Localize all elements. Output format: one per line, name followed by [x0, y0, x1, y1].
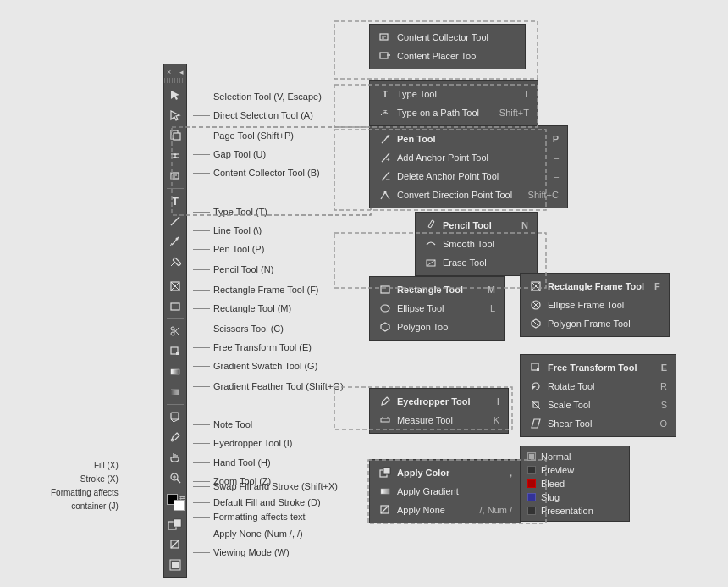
- swap-fill-stroke-btn[interactable]: [165, 515, 185, 534]
- gradient-feather-tool-btn[interactable]: [166, 383, 185, 401]
- svg-rect-28: [171, 390, 179, 395]
- direct-selection-tool-btn[interactable]: [166, 106, 185, 125]
- normal-mode-item[interactable]: Normal: [524, 450, 626, 463]
- swap-icon[interactable]: ⇄: [179, 494, 185, 501]
- svg-rect-15: [173, 258, 181, 266]
- svg-rect-79: [383, 468, 390, 474]
- preview-mode-dot: [527, 466, 536, 474]
- svg-marker-47: [389, 53, 390, 57]
- presentation-mode-item[interactable]: Presentation: [524, 504, 626, 518]
- scale-popup-item[interactable]: Scale Tool S: [524, 396, 672, 414]
- rotate-popup-item[interactable]: Rotate Tool R: [524, 377, 672, 396]
- eyedropper-label: Eyedropper Tool (I): [193, 438, 292, 448]
- convert-direction-popup-item[interactable]: Convert Direction Point Tool Shift+C: [373, 186, 564, 204]
- type-tool-popup-item[interactable]: T Type Tool T: [373, 85, 534, 103]
- rect-tool-label: Rectangle Tool (M): [193, 303, 291, 313]
- hand-tool-btn[interactable]: [166, 448, 185, 467]
- convert-direction-icon: [378, 188, 392, 202]
- erase-popup-item[interactable]: Erase Tool: [419, 253, 533, 272]
- svg-rect-20: [171, 303, 179, 310]
- svg-line-39: [171, 540, 179, 548]
- page-tool-btn[interactable]: [166, 126, 185, 145]
- gradient-swatch-label: Gradient Swatch Tool (G): [193, 361, 317, 371]
- smooth-popup-item[interactable]: Smooth Tool: [419, 235, 533, 253]
- free-transform-tool-btn[interactable]: [166, 342, 185, 361]
- bleed-mode-item[interactable]: Bleed: [524, 477, 626, 490]
- svg-rect-54: [428, 220, 434, 228]
- selection-tool-btn[interactable]: [166, 86, 185, 104]
- viewing-mode-label: Viewing Mode (W): [193, 547, 290, 557]
- ellipse-popup-item[interactable]: Ellipse Tool L: [373, 299, 500, 318]
- pen-tool-btn[interactable]: [166, 232, 185, 251]
- rect-frame-popup-item[interactable]: Rectangle Frame Tool F: [524, 277, 665, 296]
- svg-rect-45: [380, 53, 388, 58]
- add-anchor-popup-item[interactable]: + Add Anchor Point Tool –: [373, 148, 564, 167]
- apply-color-popup-item[interactable]: Apply Color ,: [373, 463, 517, 482]
- divider-4: [167, 404, 184, 405]
- rect-popup-item[interactable]: Rectangle Tool M: [373, 280, 500, 299]
- shear-popup-item[interactable]: Shear Tool O: [524, 414, 672, 433]
- svg-text:+: +: [386, 156, 390, 163]
- svg-point-13: [176, 238, 179, 241]
- pen-popup-item[interactable]: Pen Tool P: [373, 130, 564, 148]
- type-tool-btn[interactable]: T: [166, 191, 185, 210]
- delete-anchor-popup-item[interactable]: – Delete Anchor Point Tool –: [373, 167, 564, 186]
- svg-rect-41: [172, 562, 179, 568]
- apply-none-popup-item[interactable]: Apply None /, Num /: [373, 501, 517, 519]
- selection-tool-label: Selection Tool (V, Escape): [193, 91, 322, 102]
- svg-point-53: [384, 191, 387, 194]
- pencil-popup-item[interactable]: Pencil Tool N: [419, 216, 533, 235]
- hand-tool-label: Hand Tool (H): [193, 457, 271, 468]
- eyedropper-popup-item[interactable]: Eyedropper Tool I: [373, 392, 505, 411]
- svg-line-64: [533, 321, 538, 326]
- slug-mode-dot: [527, 493, 536, 501]
- apply-none-btn[interactable]: [166, 535, 185, 554]
- rect-icon-popup: [378, 283, 392, 296]
- type-on-path-popup-item[interactable]: T Type on a Path Tool Shift+T: [373, 103, 534, 122]
- scissors-tool-btn[interactable]: [166, 322, 185, 341]
- note-tool-btn[interactable]: [166, 407, 185, 426]
- svg-text:–: –: [386, 174, 390, 182]
- measure-popup-item[interactable]: Measure Tool K: [373, 411, 505, 429]
- gradient-swatch-tool-btn[interactable]: [166, 363, 185, 381]
- gap-tool-btn[interactable]: [166, 147, 185, 165]
- divider-2: [167, 274, 184, 274]
- delete-anchor-icon: –: [378, 169, 392, 183]
- apply-gradient-popup-item[interactable]: Apply Gradient: [373, 482, 517, 501]
- gradient-feather-label: Gradient Feather Tool (Shift+G): [193, 381, 344, 391]
- polygon-popup-item[interactable]: Polygon Tool: [373, 318, 500, 336]
- normal-mode-dot: [527, 452, 536, 461]
- content-collector-label: Content Collector Tool (B): [193, 168, 320, 178]
- rotate-icon: [529, 379, 543, 393]
- viewing-mode-btn[interactable]: [166, 556, 185, 574]
- polygon-frame-popup-item[interactable]: Polygon Frame Tool: [524, 314, 665, 333]
- content-collector-tool-btn[interactable]: [166, 167, 185, 186]
- zoom-tool-btn[interactable]: [166, 468, 185, 487]
- svg-line-56: [427, 260, 435, 266]
- rect-frame-icon-popup: [529, 280, 543, 293]
- content-collector-popup-item[interactable]: Content Collector Tool: [373, 28, 521, 47]
- rect-tool-btn[interactable]: [166, 297, 185, 316]
- content-placer-icon: [378, 49, 392, 63]
- svg-line-12: [171, 217, 179, 225]
- ellipse-frame-popup-item[interactable]: Ellipse Frame Tool: [524, 296, 665, 314]
- free-transform-icon-popup: [529, 361, 543, 374]
- rect-frame-tool-btn[interactable]: [166, 277, 185, 296]
- toolbar-close[interactable]: ×: [167, 68, 171, 76]
- toolbar-header: × ◂: [164, 66, 186, 78]
- container-label: container (J): [51, 500, 119, 513]
- line-tool-btn[interactable]: [166, 212, 185, 230]
- divider-3: [167, 318, 184, 319]
- slug-mode-item[interactable]: Slug: [524, 490, 626, 504]
- polygon-icon: [378, 320, 392, 334]
- content-collector-icon: [378, 30, 392, 44]
- page-tool-label: Page Tool (Shift+P): [193, 130, 294, 141]
- eyedropper-tool-btn[interactable]: [166, 428, 185, 446]
- svg-point-66: [381, 305, 389, 312]
- toolbar-collapse[interactable]: ◂: [179, 68, 184, 76]
- content-placer-popup-item[interactable]: Content Placer Tool: [373, 47, 521, 65]
- pencil-tool-btn[interactable]: [166, 252, 185, 271]
- preview-mode-item[interactable]: Preview: [524, 463, 626, 477]
- line-tool-label: Line Tool (\): [193, 225, 262, 235]
- free-transform-popup-item[interactable]: Free Transform Tool E: [524, 358, 672, 377]
